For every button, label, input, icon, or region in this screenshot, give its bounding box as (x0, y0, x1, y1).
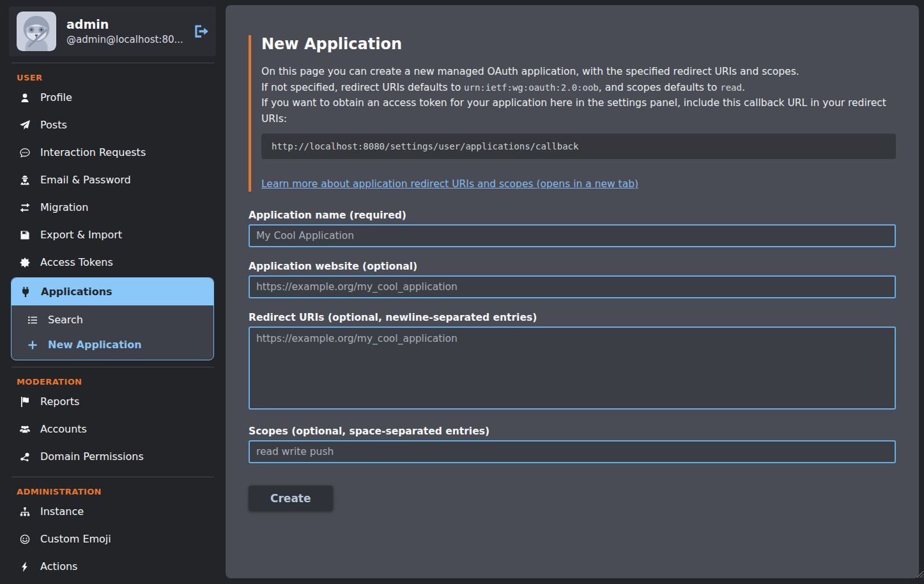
intro-line-3: If you want to obtain an access token fo… (261, 97, 886, 125)
comment-dots-icon (19, 148, 31, 158)
sidebar-item-label: Export & Import (40, 229, 122, 241)
sidebar-item-label: Interaction Requests (40, 146, 146, 158)
sign-out-icon[interactable] (194, 24, 208, 38)
main-area: New Application On this page you can cre… (226, 0, 924, 584)
sidebar-item-accounts[interactable]: Accounts (0, 415, 226, 443)
sidebar-item-applications[interactable]: Applications (12, 278, 213, 305)
sidebar-item-actions[interactable]: Actions (0, 553, 226, 580)
plug-icon (20, 287, 31, 297)
sidebar-item-profile[interactable]: Profile (0, 84, 226, 111)
sidebar-item-label: Email & Password (40, 174, 131, 186)
bolt-icon (19, 562, 31, 572)
sidebar-item-access-tokens[interactable]: Access Tokens (0, 249, 226, 276)
user-handle: @admin@localhost:80... (66, 34, 184, 45)
application-name-label: Application name (required) (249, 210, 896, 221)
inline-code-read: read (720, 82, 742, 93)
intro-line-2: If not specified, redirect URIs defaults… (261, 82, 464, 93)
sidebar-item-label: Accounts (40, 423, 87, 435)
redirect-uris-textarea[interactable] (249, 327, 896, 410)
sidebar-item-label: Access Tokens (40, 256, 113, 268)
sidebar-item-domain-permissions[interactable]: Domain Permissions (0, 443, 226, 470)
sidebar-item-label: Reports (40, 396, 79, 408)
callback-url-codeblock: http://localhost:8080/settings/user/appl… (261, 134, 896, 159)
paper-plane-icon (19, 120, 31, 130)
sidebar-item-label: Instance (40, 505, 84, 518)
share-nodes-icon (19, 452, 31, 462)
sidebar-item-search[interactable]: Search (12, 307, 213, 332)
scopes-label: Scopes (optional, space-separated entrie… (249, 426, 896, 437)
sidebar-item-label: Migration (40, 201, 88, 213)
sidebar-divider (12, 367, 214, 367)
sidebar-divider (12, 63, 214, 63)
section-header-moderation: MODERATION (17, 377, 226, 387)
scopes-input[interactable] (249, 440, 896, 463)
flag-icon (19, 397, 31, 407)
sidebar-item-new-application[interactable]: New Application (12, 332, 213, 357)
section-header-user: USER (17, 73, 226, 82)
page-header-block: New Application On this page you can cre… (249, 35, 896, 192)
sidebar-item-reports[interactable]: Reports (0, 388, 226, 415)
sidebar-item-interaction-requests[interactable]: Interaction Requests (0, 139, 226, 166)
user-names: admin @admin@localhost:80... (66, 17, 184, 45)
users-icon (19, 424, 31, 434)
user-icon (19, 93, 31, 103)
exchange-arrows-icon (19, 203, 31, 213)
application-website-input[interactable] (249, 275, 896, 298)
sidebar-item-label: Search (48, 314, 83, 326)
sidebar-item-label: Posts (40, 119, 67, 131)
new-application-form: Application name (required) Application … (249, 210, 896, 511)
resize-grip-icon[interactable] (915, 569, 924, 578)
certificate-icon (19, 257, 31, 268)
application-website-label: Application website (optional) (249, 261, 896, 272)
learn-more-link[interactable]: Learn more about application redirect UR… (261, 178, 638, 190)
application-name-input[interactable] (249, 224, 896, 247)
floppy-disk-icon (19, 230, 31, 240)
redirect-uris-field: Redirect URIs (optional, newline-separat… (249, 312, 896, 412)
user-card[interactable]: admin @admin@localhost:80... (9, 6, 216, 56)
smile-icon (19, 534, 31, 544)
inline-code-oob: urn:ietf:wg:oauth:2.0:oob (464, 82, 599, 93)
scopes-field: Scopes (optional, space-separated entrie… (249, 426, 896, 463)
sidebar-item-custom-emoji[interactable]: Custom Emoji (0, 525, 226, 553)
plus-icon (27, 340, 38, 350)
sidebar-item-instance[interactable]: Instance (0, 498, 226, 525)
application-name-field: Application name (required) (249, 210, 896, 247)
sidebar-item-migration[interactable]: Migration (0, 194, 226, 221)
section-header-administration: ADMINISTRATION (17, 487, 226, 496)
sidebar-item-label: New Application (48, 339, 142, 351)
new-application-panel: New Application On this page you can cre… (226, 5, 919, 578)
settings-sidebar: admin @admin@localhost:80... USER Profil… (0, 0, 226, 584)
sidebar-item-label: Applications (41, 286, 112, 298)
list-icon (27, 315, 38, 325)
applications-group: Applications Search New Application (11, 277, 214, 360)
sidebar-item-export-import[interactable]: Export & Import (0, 221, 226, 249)
intro-text: On this page you can create a new manage… (261, 64, 896, 127)
create-button[interactable]: Create (249, 486, 333, 511)
sidebar-item-label: Domain Permissions (40, 450, 144, 463)
sidebar-item-posts[interactable]: Posts (0, 111, 226, 139)
application-website-field: Application website (optional) (249, 261, 896, 298)
user-display-name: admin (66, 17, 184, 31)
sitemap-icon (19, 507, 31, 517)
sidebar-item-label: Custom Emoji (40, 533, 111, 545)
applications-submenu: Search New Application (12, 305, 213, 360)
sidebar-item-email-password[interactable]: Email & Password (0, 166, 226, 194)
redirect-uris-label: Redirect URIs (optional, newline-separat… (249, 312, 896, 323)
sidebar-divider (12, 477, 214, 477)
user-secret-icon (19, 175, 31, 185)
sidebar-item-label: Profile (40, 91, 72, 104)
sidebar-item-label: Actions (40, 560, 77, 572)
page-title: New Application (261, 35, 896, 53)
intro-line-1: On this page you can create a new manage… (261, 66, 799, 77)
sloth-avatar (17, 12, 56, 51)
